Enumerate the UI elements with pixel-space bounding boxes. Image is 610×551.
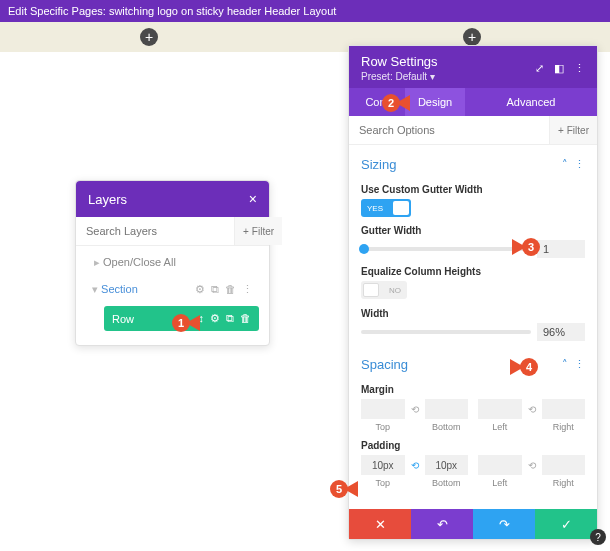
- layers-section-item[interactable]: ▾ Section ⚙ ⧉ 🗑 ⋮: [86, 277, 259, 302]
- margin-left-input[interactable]: [478, 399, 522, 419]
- padding-top-input[interactable]: 10px: [361, 455, 405, 475]
- save-button[interactable]: ✓: [535, 509, 597, 539]
- settings-title: Row Settings: [361, 54, 438, 69]
- layers-header: Layers ×: [76, 181, 269, 217]
- input-gutter-width[interactable]: 1: [537, 240, 585, 258]
- more-icon[interactable]: ⋮: [574, 62, 585, 75]
- label-margin: Margin: [361, 384, 585, 395]
- settings-footer: ✕ ↶ ↷ ✓: [349, 509, 597, 539]
- callout-3: 3: [512, 238, 540, 256]
- label-custom-gutter: Use Custom Gutter Width: [361, 184, 585, 195]
- gear-icon[interactable]: ⚙: [210, 312, 220, 325]
- gear-icon[interactable]: ⚙: [195, 283, 205, 296]
- trash-icon[interactable]: 🗑: [240, 312, 251, 325]
- group-spacing-header[interactable]: Spacing ˄⋮: [361, 351, 585, 376]
- layers-title: Layers: [88, 192, 127, 207]
- padding-right-input[interactable]: [542, 455, 586, 475]
- expand-icon[interactable]: ⤢: [535, 62, 544, 75]
- more-icon[interactable]: ⋮: [574, 158, 585, 171]
- link-icon[interactable]: ⟲: [522, 399, 542, 432]
- link-icon[interactable]: ⟲: [522, 455, 542, 488]
- duplicate-icon[interactable]: ⧉: [211, 283, 219, 296]
- callout-4: 4: [510, 358, 538, 376]
- input-width[interactable]: 96%: [537, 323, 585, 341]
- tab-design[interactable]: Design: [405, 88, 465, 116]
- settings-preset[interactable]: Preset: Default ▾: [361, 71, 438, 82]
- margin-inputs: Top ⟲ Bottom Left ⟲ Right: [361, 399, 585, 432]
- add-module-button[interactable]: +: [463, 28, 481, 46]
- page-topbar: Edit Specific Pages: switching logo on s…: [0, 0, 610, 22]
- layers-open-close-all[interactable]: ▸ Open/Close All: [86, 252, 259, 277]
- trash-icon[interactable]: 🗑: [225, 283, 236, 296]
- link-icon[interactable]: ⟲: [405, 455, 425, 488]
- settings-search-input[interactable]: [349, 116, 549, 144]
- settings-body: Sizing ˄⋮ Use Custom Gutter Width YES Gu…: [349, 145, 597, 509]
- label-width: Width: [361, 308, 585, 319]
- close-icon[interactable]: ×: [249, 191, 257, 207]
- cancel-button[interactable]: ✕: [349, 509, 411, 539]
- label-padding: Padding: [361, 440, 585, 451]
- layers-filter-button[interactable]: +Filter: [234, 217, 282, 245]
- snap-icon[interactable]: ◧: [554, 62, 564, 75]
- more-icon[interactable]: ⋮: [242, 283, 253, 296]
- slider-width[interactable]: [361, 330, 531, 334]
- margin-bottom-input[interactable]: [425, 399, 469, 419]
- settings-search-row: +Filter: [349, 116, 597, 145]
- margin-right-input[interactable]: [542, 399, 586, 419]
- slider-gutter-width[interactable]: [361, 247, 531, 251]
- padding-bottom-input[interactable]: 10px: [425, 455, 469, 475]
- row-settings-panel: Row Settings Preset: Default ▾ ⤢ ◧ ⋮ Con…: [348, 45, 598, 540]
- undo-button[interactable]: ↶: [411, 509, 473, 539]
- redo-button[interactable]: ↷: [473, 509, 535, 539]
- label-equalize: Equalize Column Heights: [361, 266, 585, 277]
- toggle-custom-gutter[interactable]: YES: [361, 199, 411, 217]
- layers-search-row: +Filter: [76, 217, 269, 246]
- duplicate-icon[interactable]: ⧉: [226, 312, 234, 325]
- more-icon[interactable]: ⋮: [574, 358, 585, 371]
- label-gutter-width: Gutter Width: [361, 225, 585, 236]
- callout-5: 5: [330, 480, 358, 498]
- callout-1: 1: [172, 314, 200, 332]
- callout-2: 2: [382, 94, 410, 112]
- chevron-up-icon[interactable]: ˄: [562, 158, 568, 171]
- help-icon[interactable]: ?: [590, 529, 606, 545]
- settings-header: Row Settings Preset: Default ▾ ⤢ ◧ ⋮: [349, 46, 597, 88]
- layers-search-input[interactable]: [76, 217, 234, 245]
- topbar-title: Edit Specific Pages: switching logo on s…: [8, 5, 336, 17]
- margin-top-input[interactable]: [361, 399, 405, 419]
- group-sizing-header[interactable]: Sizing ˄⋮: [361, 151, 585, 176]
- settings-filter-button[interactable]: +Filter: [549, 116, 597, 144]
- padding-left-input[interactable]: [478, 455, 522, 475]
- padding-inputs: 10pxTop ⟲ 10pxBottom Left ⟲ Right: [361, 455, 585, 488]
- tab-advanced[interactable]: Advanced: [465, 88, 597, 116]
- link-icon[interactable]: ⟲: [405, 399, 425, 432]
- chevron-up-icon[interactable]: ˄: [562, 358, 568, 371]
- add-module-button[interactable]: +: [140, 28, 158, 46]
- toggle-equalize[interactable]: NO: [361, 281, 407, 299]
